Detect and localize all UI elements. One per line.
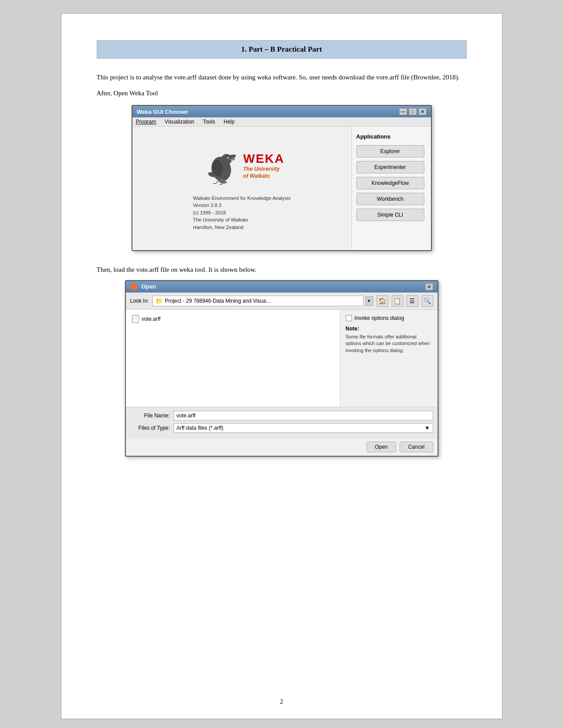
file-type-dropdown-icon: ▼ (425, 425, 430, 431)
toolbar-btn-folder[interactable]: 📋 (392, 295, 403, 307)
simple-cli-button[interactable]: Simple CLI (356, 209, 424, 221)
file-name-input[interactable] (174, 411, 433, 420)
invoke-checkbox-row: Invoke options dialog (346, 315, 432, 321)
weka-bird-image (199, 146, 239, 186)
open-right-panel: Invoke options dialog Note: Some file fo… (340, 310, 438, 407)
cancel-button[interactable]: Cancel (400, 442, 433, 452)
look-in-label: Look In: (130, 298, 149, 304)
open-title-icon (130, 283, 137, 290)
invoke-checkbox[interactable] (346, 315, 352, 321)
folder-icon: 📁 (155, 297, 163, 304)
menu-program[interactable]: Program (136, 119, 156, 125)
document-page: 1. Part – B Practical Part This project … (61, 13, 503, 719)
file-name-text: vote.arff (142, 316, 161, 322)
weka-gui-chooser-window: Weka GUI Chooser — □ ✕ Program Visualiza… (132, 105, 432, 251)
close-button[interactable]: ✕ (419, 108, 427, 115)
location-bar: 📁 Project - 29 788946-Data Mining and Vi… (152, 296, 373, 306)
invoke-label: Invoke options dialog (355, 315, 404, 321)
open-body: 📄 vote.arff Invoke options dialog Note: … (126, 310, 438, 407)
weka-subtitle: The University of Waikato (243, 166, 280, 180)
svg-point-5 (220, 181, 227, 184)
section-heading: 1. Part – B Practical Part (97, 40, 467, 59)
open-title-text: Open (141, 283, 156, 290)
toolbar-btn-search[interactable]: 🔍 (422, 295, 433, 307)
minimize-button[interactable]: — (399, 108, 407, 115)
open-titlebar-buttons: ✕ (425, 283, 433, 290)
file-name-label: File Name: (130, 413, 170, 419)
page-number: 2 (280, 698, 283, 705)
maximize-button[interactable]: □ (409, 108, 417, 115)
toolbar-btn-list[interactable]: ☰ (407, 295, 418, 307)
applications-title: Applications (356, 133, 424, 140)
location-dropdown[interactable]: ▼ (365, 296, 373, 306)
file-type-select[interactable]: Arff data files (*.arff) ▼ (174, 423, 433, 433)
intro-paragraph1: This project is to analyse the vote.arff… (97, 72, 467, 83)
intro-text: This project is to analyse the vote.arff… (97, 74, 460, 81)
heading-text: 1. Part – B Practical Part (241, 45, 322, 53)
explorer-button[interactable]: Explorer (356, 145, 424, 158)
location-input[interactable]: 📁 Project - 29 788946-Data Mining and Vi… (152, 296, 363, 306)
open-close-button[interactable]: ✕ (425, 283, 433, 290)
file-item-vote[interactable]: 📄 vote.arff (130, 314, 336, 324)
note-text: Some file formats offer additional optio… (346, 334, 432, 354)
weka-left-panel: WEKA The University of Waikato Waikato E… (132, 127, 351, 250)
open-button[interactable]: Open (367, 442, 396, 452)
weka-titlebar: Weka GUI Chooser — □ ✕ (132, 106, 431, 117)
weka-titlebar-buttons: — □ ✕ (399, 108, 427, 115)
menu-visualization[interactable]: Visualization (165, 119, 194, 125)
file-type-label: Files of Type: (130, 425, 170, 431)
weka-window-title: Weka GUI Chooser (137, 109, 189, 115)
open-toolbar: Look In: 📁 Project - 29 788946-Data Mini… (126, 293, 438, 310)
weka-logo-text: WEKA (243, 152, 285, 166)
after-label: After, Open Weka Tool (97, 88, 467, 99)
weka-info-text: Waikato Environment for Knowledge Analys… (193, 195, 291, 231)
note-label: Note: (346, 326, 432, 332)
file-name-row: File Name: (130, 411, 433, 420)
svg-point-7 (228, 158, 229, 158)
toolbar-btn-home[interactable]: 🏠 (377, 295, 388, 307)
location-text: Project - 29 788946-Data Mining and Visu… (165, 298, 270, 304)
open-titlebar: Open ✕ (126, 281, 438, 293)
weka-menubar: Program Visualization Tools Help (132, 117, 431, 127)
open-file-dialog: Open ✕ Look In: 📁 Project - 29 788946-Da… (125, 280, 438, 457)
files-panel: 📄 vote.arff (126, 310, 340, 407)
weka-title-area: WEKA The University of Waikato (243, 152, 285, 180)
experimenter-button[interactable]: Experimenter (356, 161, 424, 173)
workbench-button[interactable]: Workbench (356, 193, 424, 205)
weka-body: WEKA The University of Waikato Waikato E… (132, 127, 431, 250)
after-text: After, Open Weka Tool (97, 90, 158, 97)
weka-brand-area: WEKA The University of Waikato (199, 146, 285, 186)
file-icon-vote: 📄 (132, 315, 139, 323)
open-actions: Open Cancel (126, 439, 438, 456)
load-text: Then, load the vote.arff file on weka to… (97, 264, 467, 276)
knowledgeflow-button[interactable]: KnowledgeFlow (356, 177, 424, 189)
load-text-content: Then, load the vote.arff file on weka to… (97, 266, 257, 273)
file-type-value: Arff data files (*.arff) (177, 425, 223, 431)
open-title-left: Open (130, 283, 156, 291)
open-bottom: File Name: Files of Type: Arff data file… (126, 407, 438, 439)
file-type-row: Files of Type: Arff data files (*.arff) … (130, 423, 433, 433)
menu-help[interactable]: Help (224, 119, 235, 125)
menu-tools[interactable]: Tools (203, 119, 215, 125)
weka-right-panel: Applications Explorer Experimenter Knowl… (351, 127, 431, 250)
